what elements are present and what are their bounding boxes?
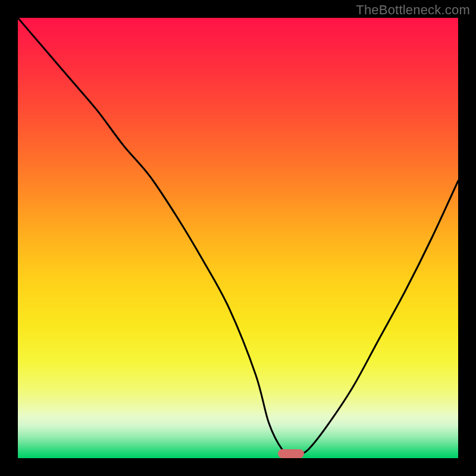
bottleneck-curve xyxy=(18,18,458,455)
curve-layer xyxy=(18,18,458,458)
watermark-text: TheBottleneck.com xyxy=(356,2,470,18)
chart-frame: TheBottleneck.com xyxy=(0,0,476,476)
optimal-marker xyxy=(278,449,304,458)
plot-area xyxy=(18,18,458,458)
